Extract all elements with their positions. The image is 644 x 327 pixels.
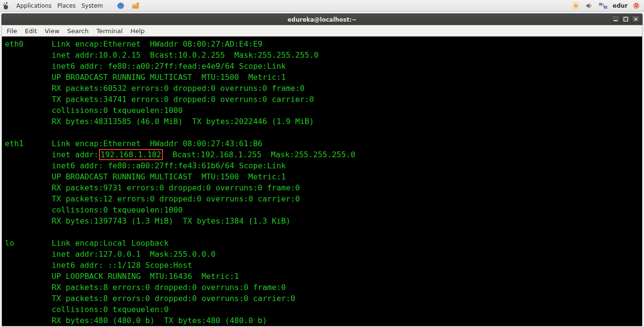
window-minimize-button[interactable] (611, 15, 620, 23)
terminal-line: UP LOOPBACK RUNNING MTU:16436 Metric:1 (51, 272, 239, 281)
terminal-line: RX bytes:480 (480.0 b) TX bytes:480 (480… (51, 316, 267, 325)
terminal-line: inet addr:127.0.0.1 Mask:255.0.0.0 (51, 250, 215, 259)
terminal-line: inet6 addr: fe80::a00:27ff:fe43:61b6/64 … (51, 161, 285, 170)
iface-name: eth1 (5, 138, 51, 149)
gnome-foot-icon (2, 1, 11, 10)
globe-icon[interactable] (116, 1, 125, 10)
terminal-line: inet6 addr: fe80::a00:27ff:fead:e4e9/64 … (51, 62, 285, 71)
terminal-line: inet6 addr: ::1/128 Scope:Host (51, 261, 192, 270)
menu-terminal[interactable]: Terminal (96, 27, 123, 35)
user-label[interactable]: edur (613, 2, 628, 9)
terminal-line: RX bytes:1397743 (1.3 MiB) TX bytes:1384… (51, 216, 290, 226)
terminal-line: UP BROADCAST RUNNING MULTICAST MTU:1500 … (51, 172, 285, 181)
terminal-line: TX packets:8 errors:0 dropped:0 overruns… (51, 294, 295, 303)
updates-icon[interactable] (131, 1, 140, 10)
terminal-line: UP BROADCAST RUNNING MULTICAST MTU:1500 … (51, 73, 285, 82)
volume-icon[interactable] (585, 1, 594, 10)
terminal-line: RX packets:8 errors:0 dropped:0 overruns… (51, 283, 285, 292)
network-icon[interactable] (598, 2, 608, 10)
svg-point-4 (574, 4, 578, 8)
svg-line-12 (578, 3, 579, 4)
svg-line-9 (573, 3, 574, 4)
terminal-window: edureka@localhost:~ File Edit View Searc… (1, 13, 643, 327)
window-maximize-button[interactable] (621, 15, 630, 23)
terminal-line: TX packets:34741 errors:0 dropped:0 over… (51, 95, 314, 104)
gnome-top-panel: Applications Places System edur (0, 0, 644, 12)
window-close-button[interactable] (632, 15, 640, 23)
terminal-line: RX bytes:48313585 (46.0 MiB) TX bytes:20… (51, 117, 314, 126)
terminal-line: RX packets:9731 errors:0 dropped:0 overr… (51, 183, 300, 192)
panel-menu-applications[interactable]: Applications (16, 2, 51, 9)
terminal-output[interactable]: eth0Link encap:Ethernet HWaddr 08:00:27:… (1, 37, 643, 327)
terminal-menubar: File Edit View Search Terminal Help (1, 25, 643, 37)
window-titlebar[interactable]: edureka@localhost:~ (1, 13, 643, 25)
svg-rect-18 (624, 17, 628, 21)
menu-help[interactable]: Help (130, 27, 145, 35)
terminal-line: RX packets:60532 errors:0 dropped:0 over… (51, 84, 304, 93)
terminal-line: inet addr:10.0.2.15 Bcast:10.0.2.255 Mas… (51, 50, 319, 60)
terminal-line: collisions:0 txqueuelen:1000 (51, 106, 183, 115)
menu-view[interactable]: View (45, 27, 60, 35)
menu-edit[interactable]: Edit (25, 27, 37, 35)
svg-line-11 (573, 8, 574, 9)
terminal-line: inet addr:192.168.1.182 Bcast:192.168.1.… (51, 150, 355, 159)
highlighted-ip: 192.168.1.182 (99, 149, 163, 160)
svg-rect-16 (636, 3, 636, 6)
weather-icon[interactable] (571, 1, 580, 10)
terminal-line: Link encap:Ethernet HWaddr 08:00:27:AD:E… (51, 39, 262, 49)
shutdown-icon[interactable] (632, 2, 640, 10)
iface-name: lo (5, 238, 51, 249)
terminal-line: Link encap:Ethernet HWaddr 08:00:27:43:6… (51, 139, 262, 148)
panel-menu-places[interactable]: Places (57, 2, 75, 9)
terminal-line: TX packets:12 errors:0 dropped:0 overrun… (51, 194, 300, 203)
window-title: edureka@localhost:~ (287, 16, 357, 23)
terminal-line: collisions:0 txqueuelen:1000 (51, 205, 183, 214)
svg-line-10 (578, 8, 579, 9)
svg-rect-14 (604, 6, 607, 8)
terminal-line: collisions:0 txqueuelen:0 (51, 305, 169, 314)
panel-menu-system[interactable]: System (81, 2, 103, 9)
svg-rect-13 (599, 3, 602, 5)
terminal-line: Link encap:Local Loopback (51, 239, 169, 248)
menu-file[interactable]: File (7, 27, 17, 35)
svg-rect-17 (614, 20, 618, 21)
menu-search[interactable]: Search (67, 27, 89, 35)
iface-name: eth0 (5, 38, 51, 50)
